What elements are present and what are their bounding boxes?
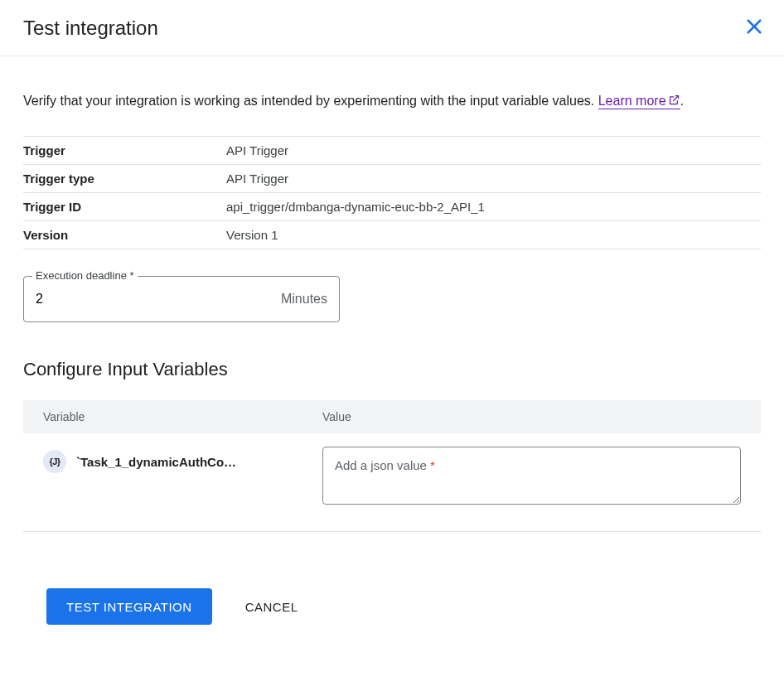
variable-name: `Task_1_dynamicAuthCo… <box>76 455 236 469</box>
svg-line-2 <box>673 96 678 101</box>
description-text: Verify that your integration is working … <box>23 89 761 113</box>
trigger-info-table: Trigger API Trigger Trigger type API Tri… <box>23 136 761 249</box>
learn-more-link[interactable]: Learn more <box>598 94 680 109</box>
table-row: Trigger ID api_trigger/dmbanga-dynamic-e… <box>23 193 761 221</box>
close-button[interactable] <box>741 13 767 42</box>
info-value: Version 1 <box>226 221 761 249</box>
variable-name-cell: {J} `Task_1_dynamicAuthCo… <box>43 447 322 473</box>
column-header-value: Value <box>322 410 351 423</box>
input-variables-heading: Configure Input Variables <box>23 359 761 380</box>
json-value-textarea[interactable] <box>322 447 741 505</box>
table-row: Trigger type API Trigger <box>23 165 761 193</box>
info-label: Trigger type <box>23 165 226 193</box>
dialog-title: Test integration <box>23 17 158 40</box>
input-variables-table: Variable Value {J} `Task_1_dynamicAuthCo… <box>23 400 761 532</box>
variable-value-cell: Add a json value * <box>322 447 741 508</box>
execution-deadline-suffix: Minutes <box>281 292 339 307</box>
dialog-content: Verify that your integration is working … <box>0 56 784 696</box>
description-prefix: Verify that your integration is working … <box>23 94 598 108</box>
json-type-icon: {J} <box>43 450 66 473</box>
test-integration-dialog: Test integration Verify that your integr… <box>0 0 784 696</box>
info-value: API Trigger <box>226 137 761 165</box>
description-suffix: . <box>680 94 684 108</box>
info-label: Version <box>23 221 226 249</box>
execution-deadline-field: Execution deadline * Minutes <box>23 276 340 322</box>
execution-deadline-label: Execution deadline * <box>32 269 138 282</box>
table-row: Version Version 1 <box>23 221 761 249</box>
dialog-actions: TEST INTEGRATION CANCEL <box>23 588 761 645</box>
dialog-header: Test integration <box>0 0 784 56</box>
info-label: Trigger <box>23 137 226 165</box>
close-icon <box>744 17 764 39</box>
test-integration-button[interactable]: TEST INTEGRATION <box>46 588 212 625</box>
json-icon-label: {J} <box>49 457 60 466</box>
external-link-icon <box>668 90 680 113</box>
execution-deadline-input[interactable] <box>24 277 281 321</box>
table-row: Trigger API Trigger <box>23 137 761 165</box>
learn-more-label: Learn more <box>598 94 666 108</box>
cancel-button[interactable]: CANCEL <box>245 600 298 614</box>
input-variables-header: Variable Value <box>23 400 761 433</box>
textarea-wrapper: Add a json value * <box>322 447 741 508</box>
info-value: api_trigger/dmbanga-dynamic-euc-bb-2_API… <box>226 193 761 221</box>
input-variable-row: {J} `Task_1_dynamicAuthCo… Add a json va… <box>23 433 761 532</box>
info-label: Trigger ID <box>23 193 226 221</box>
info-value: API Trigger <box>226 165 761 193</box>
column-header-variable: Variable <box>43 410 322 423</box>
field-outline: Execution deadline * Minutes <box>23 276 340 322</box>
